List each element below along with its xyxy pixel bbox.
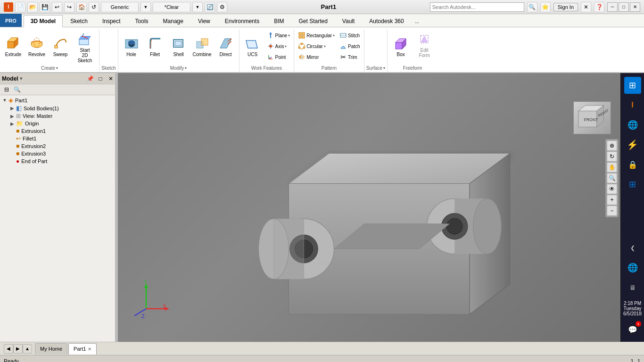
combine-button[interactable]: Combine xyxy=(191,30,214,58)
tab-3d-model[interactable]: 3D Model xyxy=(24,15,63,27)
axis-button[interactable]: Plane ▾ xyxy=(265,30,292,41)
3d-viewport[interactable]: FRONT RIGHT ⊕ ↻ ✋ 🔍 👁 + − xyxy=(118,73,620,342)
tree-item-end-of-part[interactable]: ● End of Part xyxy=(0,157,117,165)
mirror-button[interactable]: Mirror xyxy=(296,52,337,62)
surface-dropdown-arrow[interactable]: ▾ xyxy=(383,66,385,70)
tab-part1[interactable]: Part1 ✕ xyxy=(68,343,97,354)
shell-button[interactable]: Shell xyxy=(167,30,190,58)
redo-button[interactable]: ↪ xyxy=(64,2,74,12)
dropdown-btn[interactable]: ▼ xyxy=(140,2,151,12)
file-status-btn[interactable]: *Clear xyxy=(153,2,190,12)
flash-icon[interactable]: ⚡ xyxy=(624,136,641,153)
tab-scroll-up[interactable]: ▲ xyxy=(23,344,32,354)
box-button[interactable]: Box xyxy=(389,30,412,58)
tree-item-extrusion1[interactable]: ■ Extrusion1 xyxy=(0,127,117,135)
reset-button[interactable]: ↺ xyxy=(89,2,99,12)
plane-button[interactable]: UCS xyxy=(241,30,264,58)
panel-pin-button[interactable]: 📌 xyxy=(85,74,95,83)
extrude-button[interactable]: Extrude xyxy=(2,30,25,58)
search-tree-button[interactable]: 🔍 xyxy=(12,85,22,94)
start-sketch-button[interactable]: Start2D Sketch xyxy=(73,30,97,65)
undo-button[interactable]: ↩ xyxy=(52,2,62,12)
edge-icon[interactable]: 🌐 xyxy=(624,116,641,133)
help-button[interactable]: ❓ xyxy=(594,2,604,12)
tab-bim[interactable]: BIM xyxy=(267,15,291,27)
tree-item-fillet1[interactable]: ↩ Fillet1 xyxy=(0,135,117,142)
direct-button[interactable]: Direct xyxy=(215,30,237,58)
circular-button[interactable]: Circular ▾ xyxy=(296,41,337,51)
minimize-button[interactable]: ─ xyxy=(607,2,618,12)
modify-dropdown-arrow[interactable]: ▾ xyxy=(185,66,187,70)
edit-form-button[interactable]: EditForm xyxy=(413,30,436,59)
tab-extra[interactable]: ... xyxy=(412,15,422,27)
rectangular-button[interactable]: Rectangular ▾ xyxy=(296,30,337,41)
point-arrow: ▾ xyxy=(285,44,287,49)
tab-environments[interactable]: Environments xyxy=(218,15,266,27)
hole-button[interactable]: Hole xyxy=(120,30,143,58)
settings-btn[interactable]: ⚙ xyxy=(217,2,227,12)
panel-close-button[interactable]: ✕ xyxy=(106,74,116,83)
search-icon[interactable]: 🔍 xyxy=(527,2,537,12)
expand-solid-bodies[interactable]: ▶ xyxy=(9,106,15,111)
tree-item-origin[interactable]: ▶ 📁 Origin xyxy=(0,120,117,127)
tab-inspect[interactable]: Inspect xyxy=(95,15,128,27)
tab-scroll-left[interactable]: ◀ xyxy=(4,344,13,354)
save-button[interactable]: 💾 xyxy=(40,2,50,12)
maximize-button[interactable]: □ xyxy=(619,2,629,12)
star-icon[interactable]: ⭐ xyxy=(540,2,551,12)
tab-autodesk360[interactable]: Autodesk 360 xyxy=(362,15,411,27)
panel-dropdown[interactable]: ▾ xyxy=(20,76,22,81)
extrusion2-icon: ■ xyxy=(16,143,19,149)
extrusion3-label: Extrusion3 xyxy=(21,151,46,156)
open-button[interactable]: 📂 xyxy=(27,2,38,12)
revolve-button[interactable]: Revolve xyxy=(25,30,48,58)
fillet-button[interactable]: Fillet xyxy=(144,30,166,58)
create-dropdown-arrow[interactable]: ▾ xyxy=(56,66,58,70)
notification-icon[interactable]: 💬 3 xyxy=(624,321,641,338)
tab-scroll-right[interactable]: ▶ xyxy=(13,344,23,354)
screen-icon[interactable]: 🖥 xyxy=(624,279,641,296)
tab-view[interactable]: View xyxy=(191,15,217,27)
generic-selector[interactable]: Generic xyxy=(101,2,139,12)
expand-part1[interactable]: ▼ xyxy=(2,98,8,103)
fillet1-icon: ↩ xyxy=(16,135,21,142)
tab-part1-close[interactable]: ✕ xyxy=(88,346,91,352)
tree-item-extrusion2[interactable]: ■ Extrusion2 xyxy=(0,142,117,150)
scroll-button[interactable]: ❮ xyxy=(624,239,641,256)
chrome-icon[interactable]: 🌐 xyxy=(624,259,641,276)
close-button[interactable]: ✕ xyxy=(630,2,640,12)
inventor-taskbar-icon[interactable]: I xyxy=(624,97,641,114)
close-search-icon[interactable]: ✕ xyxy=(581,2,591,12)
stitch-button[interactable]: Stitch xyxy=(338,30,362,41)
patch-button[interactable]: Patch xyxy=(338,41,362,51)
sweep-button[interactable]: Sweep xyxy=(49,30,72,58)
windows-logo[interactable]: ⊞ xyxy=(624,77,641,94)
expand-origin[interactable]: ▶ xyxy=(9,121,15,126)
search-input[interactable] xyxy=(430,2,524,12)
tab-tools[interactable]: Tools xyxy=(128,15,156,27)
filter-button[interactable]: ⊟ xyxy=(2,85,11,94)
tree-item-view-master[interactable]: ▶ ⊞ View: Master xyxy=(0,112,117,120)
tab-manage[interactable]: Manage xyxy=(156,15,190,27)
trim-button[interactable]: ✂ Trim xyxy=(338,52,362,62)
security-icon[interactable]: 🔒 xyxy=(624,156,641,173)
tree-item-solid-bodies[interactable]: ▶ ◧ Solid Bodies(1) xyxy=(0,104,117,112)
file-dropdown-btn[interactable]: ▼ xyxy=(192,2,203,12)
ucs-icon xyxy=(267,53,274,61)
tab-sketch[interactable]: Sketch xyxy=(63,15,95,27)
new-button[interactable]: 📄 xyxy=(15,2,25,12)
ucs-button[interactable]: Point xyxy=(265,52,292,62)
tab-get-started[interactable]: Get Started xyxy=(291,15,334,27)
panel-expand-button[interactable]: □ xyxy=(96,74,105,83)
tab-vault[interactable]: Vault xyxy=(335,15,362,27)
panel-resize-handle[interactable] xyxy=(115,73,117,342)
apps-icon[interactable]: ⊞ xyxy=(624,176,641,193)
tab-my-home[interactable]: My Home xyxy=(35,343,67,354)
sync-btn[interactable]: 🔄 xyxy=(205,2,215,12)
sign-in-button[interactable]: Sign In xyxy=(553,3,578,11)
point-button[interactable]: Axis ▾ xyxy=(265,41,292,51)
expand-view-master[interactable]: ▶ xyxy=(9,114,15,119)
tree-item-extrusion3[interactable]: ■ Extrusion3 xyxy=(0,150,117,157)
tree-item-part1[interactable]: ▼ ◈ Part1 xyxy=(0,96,117,104)
home-button[interactable]: 🏠 xyxy=(76,2,87,12)
